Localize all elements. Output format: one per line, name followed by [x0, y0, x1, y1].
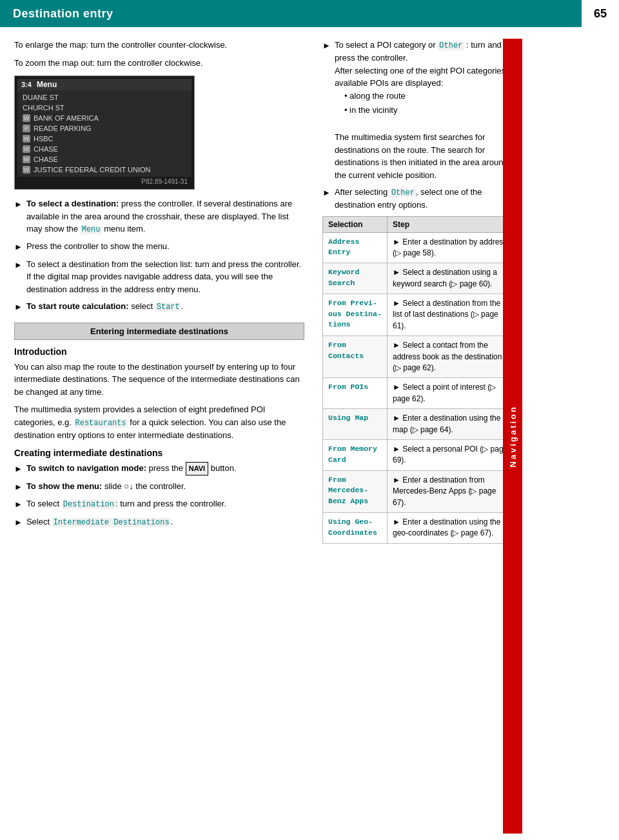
other-mono: Other	[438, 41, 464, 50]
table-row: From Memory Card► Select a personal POI …	[323, 439, 516, 470]
other-mono2: Other	[390, 188, 416, 197]
poi-icon: W	[23, 145, 30, 153]
header: Destination entry 65	[0, 0, 619, 27]
bullet-arrow-icon: ►	[322, 39, 331, 181]
bullet-arrow-icon: ►	[14, 516, 23, 529]
nav-sidebar-label: Navigation	[508, 405, 518, 467]
table-cell-step: ► Select a destination using a keyword s…	[388, 263, 516, 294]
header-page-number: 65	[580, 0, 619, 27]
table-cell-selection: From Memory Card	[323, 439, 388, 470]
bullet-text: Select Intermediate Destinations.	[26, 515, 304, 529]
bullet-text: To show the menu: slide ○↓ the controlle…	[26, 480, 304, 494]
table-row: From Previ- ous Destina- tions► Select a…	[323, 294, 516, 336]
map-screenshot: 3:4 Menu DUANE ST CHURCH ST WBANK OF AME…	[14, 75, 195, 190]
table-cell-step: ► Enter a destination using the map (▷ p…	[388, 409, 516, 440]
header-title-area: Destination entry	[0, 0, 580, 27]
poi-icon: W	[23, 166, 30, 174]
bullet-select-intermediate: ► Select Intermediate Destinations.	[14, 515, 304, 529]
table-cell-selection: From Contacts	[323, 336, 388, 378]
start-mono: Start	[155, 303, 181, 312]
table-cell-step: ► Select a destination from the list of …	[388, 294, 516, 336]
bullet-text: After selecting Other, select one of the…	[335, 186, 516, 212]
table-row: Address Entry► Enter a destination by ad…	[323, 232, 516, 263]
table-header-step: Step	[388, 216, 516, 232]
sub-bullet-vicinity: in the vicinity	[344, 104, 516, 117]
bullet-text: To select a destination from the selecti…	[26, 258, 304, 296]
table-cell-selection: From Mercedes- Benz Apps	[323, 470, 388, 512]
bullet-arrow-icon: ►	[14, 259, 23, 296]
screenshot-header: 3:4 Menu	[17, 79, 192, 90]
creating-heading: Creating intermediate destinations	[14, 448, 304, 458]
table-cell-step: ► Enter a destination by address (▷ page…	[388, 232, 516, 263]
bullet-arrow-icon: ►	[14, 198, 23, 235]
main-content: To enlarge the map: turn the controller …	[0, 27, 619, 840]
bullet-text: To select a POI category or Other : turn…	[335, 39, 516, 181]
bullet-label: To select a destination:	[26, 199, 119, 208]
right-column: ► To select a POI category or Other : tu…	[316, 39, 522, 834]
bullet-label: To show the menu:	[26, 481, 102, 491]
intro-text2: The multimedia system provides a selecti…	[14, 403, 304, 441]
bullet-show-menu: ► To show the menu: slide ○↓ the control…	[14, 480, 304, 494]
bullet-arrow-icon: ►	[14, 301, 23, 314]
bullet-text: To select Destination: turn and press th…	[26, 497, 304, 511]
screenshot-row: WBANK OF AMERICA	[17, 113, 192, 123]
bullet-label: To switch to navigation mode:	[26, 463, 146, 473]
table-cell-step: ► Select a personal POI (▷ page 69).	[388, 439, 516, 470]
table-row: Using Map► Enter a destination using the…	[323, 409, 516, 440]
table-cell-selection: Address Entry	[323, 232, 388, 263]
right-bullet-poi: ► To select a POI category or Other : tu…	[322, 39, 516, 181]
table-header-selection: Selection	[323, 216, 388, 232]
table-row: From Mercedes- Benz Apps► Enter a destin…	[323, 470, 516, 512]
bullet-start-route: ► To start route calculation: select Sta…	[14, 300, 304, 314]
screenshot-row: PREADE PARKING	[17, 123, 192, 134]
page-container: Destination entry 65 To enlarge the map:…	[0, 0, 619, 840]
poi-icon: P	[23, 125, 30, 132]
screenshot-footer: P82.89-1491-31	[17, 177, 192, 186]
restaurants-mono: Restaurants	[74, 419, 128, 428]
screenshot-body: DUANE ST CHURCH ST WBANK OF AMERICA PREA…	[17, 90, 192, 177]
screenshot-row: WCHASE	[17, 144, 192, 154]
screenshot-row: WJUSTICE FEDERAL CREDIT UNION	[17, 165, 192, 175]
table-cell-step: ► Enter a destination from Mercedes-Benz…	[388, 470, 516, 512]
sub-bullet-route: along the route	[344, 90, 516, 103]
bullet-text: To switch to navigation mode: press the …	[26, 462, 304, 475]
screenshot-row: CHURCH ST	[17, 103, 192, 113]
bullet-select-from-list: ► To select a destination from the selec…	[14, 258, 304, 296]
table-row: From POIs► Select a point of interest (▷…	[323, 378, 516, 409]
table-row: Keyword Search► Select a destination usi…	[323, 263, 516, 294]
bullet-select-destination-menu: ► To select Destination: turn and press …	[14, 497, 304, 511]
left-column: To enlarge the map: turn the controller …	[0, 39, 316, 834]
bullet-text: Press the controller to show the menu.	[26, 240, 304, 254]
table-row: From Contacts► Select a contact from the…	[323, 336, 516, 378]
header-title: Destination entry	[13, 7, 113, 21]
bullet-arrow-icon: ►	[14, 481, 23, 494]
table-cell-selection: From POIs	[323, 378, 388, 409]
intermediate-mono: Intermediate Destinations	[52, 518, 171, 527]
screenshot-row: DUANE ST	[17, 92, 192, 103]
destination-options-table: Selection Step Address Entry► Enter a de…	[322, 216, 516, 544]
table-cell-selection: Using Geo- Coordinates	[323, 512, 388, 543]
bullet-text: To select a destination: press the contr…	[26, 197, 304, 235]
poi-icon: W	[23, 155, 30, 163]
table-cell-step: ► Select a point of interest (▷ page 62)…	[388, 378, 516, 409]
menu-mono: Menu	[81, 225, 102, 234]
destination-mono: Destination	[62, 500, 115, 509]
section-box-intermediate: Entering intermediate destinations	[14, 323, 304, 340]
intro-heading: Introduction	[14, 346, 304, 357]
bullet-select-destination: ► To select a destination: press the con…	[14, 197, 304, 235]
table-cell-step: ► Enter a destination using the geo-coor…	[388, 512, 516, 543]
bullet-arrow-icon: ►	[14, 498, 23, 511]
screenshot-row: WHSBC	[17, 134, 192, 144]
bullet-nav-mode: ► To switch to navigation mode: press th…	[14, 462, 304, 475]
poi-icon: W	[23, 114, 30, 122]
table-cell-selection: From Previ- ous Destina- tions	[323, 294, 388, 336]
bullet-label: To start route calculation:	[26, 301, 129, 311]
table-row: Using Geo- Coordinates► Enter a destinat…	[323, 512, 516, 543]
table-cell-selection: Keyword Search	[323, 263, 388, 294]
bullet-arrow-icon: ►	[322, 186, 331, 212]
bullet-arrow-icon: ►	[14, 241, 23, 254]
right-bullet-other: ► After selecting Other, select one of t…	[322, 186, 516, 212]
screenshot-row: WCHASE	[17, 154, 192, 165]
intro-text1: You can also map the route to the destin…	[14, 361, 304, 399]
navigation-sidebar: Navigation	[503, 39, 522, 834]
